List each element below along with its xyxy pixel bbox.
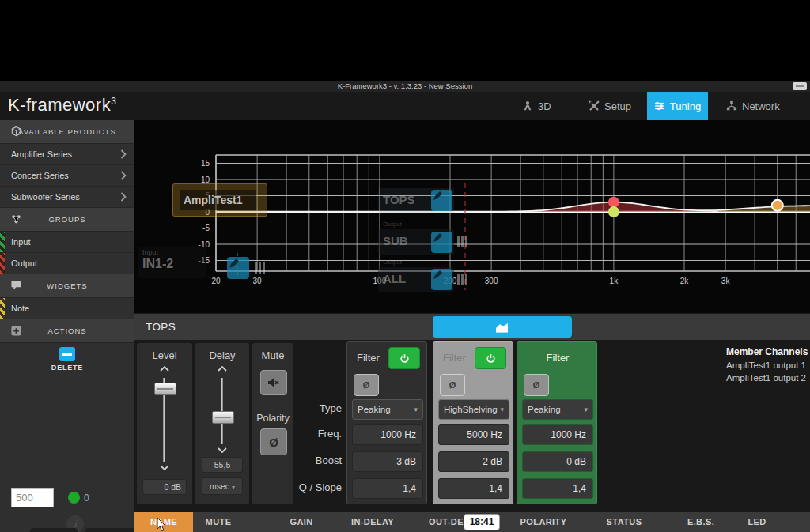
param-label-type: Type bbox=[285, 398, 342, 419]
input-stripe bbox=[0, 232, 5, 252]
member-channel-item: AmpliTest1 output 2 bbox=[726, 373, 810, 383]
ghost-tops-row: TOPS bbox=[378, 188, 454, 213]
x-tick-label: 300 bbox=[485, 277, 498, 285]
column-led[interactable]: LED bbox=[748, 512, 766, 532]
nav-network[interactable]: Network bbox=[726, 92, 780, 120]
filter2-type-dropdown[interactable]: HighShelving▾ bbox=[438, 399, 509, 420]
filter2-phase-button[interactable]: Ø bbox=[440, 374, 465, 396]
sidebar: AVAILABLE PRODUCTS Amplifier Series Conc… bbox=[0, 120, 134, 532]
channel-strip: Level 0 dB Delay 55,5 msec ▾ Mute Polari… bbox=[134, 340, 810, 512]
minimize-button[interactable] bbox=[793, 82, 807, 90]
filter3-boost[interactable]: 0 dB bbox=[522, 451, 593, 472]
y-tick-label: -5 bbox=[202, 224, 210, 232]
sidebar-item-note-widget[interactable]: Note bbox=[0, 298, 134, 319]
column-gain[interactable]: GAIN bbox=[290, 512, 312, 532]
filter1-freq[interactable]: 1000 Hz bbox=[352, 424, 423, 445]
filter-panel-3: Filter Ø Peaking▾ 1000 Hz 0 dB 1,4 bbox=[517, 341, 597, 504]
y-tick-label: 10 bbox=[201, 175, 210, 184]
delay-slider-handle[interactable] bbox=[212, 411, 234, 424]
column-status[interactable]: STATUS bbox=[607, 512, 642, 532]
window-title-bar: K-Framework3 - v. 1.3.23 - New Session bbox=[0, 81, 810, 92]
filter1-power-button[interactable] bbox=[388, 347, 420, 369]
column-in-delay[interactable]: IN-DELAY bbox=[351, 512, 394, 532]
sidebar-item-input-group[interactable]: Input bbox=[0, 232, 134, 253]
nav-setup[interactable]: Setup bbox=[589, 92, 631, 120]
column-mute[interactable]: MUTE bbox=[206, 512, 232, 532]
column-polarity[interactable]: POLARITY bbox=[520, 512, 567, 532]
filter2-q[interactable]: 1,4 bbox=[438, 478, 509, 499]
nav-tuning[interactable]: Tuning bbox=[647, 92, 708, 120]
param-label-boost: Boost bbox=[285, 451, 342, 471]
chevron-right-icon bbox=[120, 149, 127, 159]
filter3-type-dropdown[interactable]: Peaking▾ bbox=[522, 399, 593, 420]
filter-handle[interactable] bbox=[608, 206, 619, 217]
eq-chart-svg: 151050-5-10-1520301002003001k2k3k bbox=[134, 120, 810, 313]
delete-minus-icon[interactable] bbox=[59, 347, 75, 361]
member-channel-item: AmpliTest1 output 1 bbox=[726, 360, 810, 370]
mute-button[interactable] bbox=[260, 370, 287, 395]
delay-unit-dropdown[interactable]: msec ▾ bbox=[202, 477, 243, 495]
delay-up-arrow[interactable] bbox=[218, 365, 227, 372]
filter-panel-2: Filter Ø HighShelving▾ 5000 Hz 2 dB 1,4 bbox=[433, 341, 513, 504]
filter3-freq[interactable]: 1000 Hz bbox=[522, 424, 593, 445]
filter2-freq[interactable]: 5000 Hz bbox=[438, 424, 509, 445]
delete-label: DELETE bbox=[0, 364, 134, 372]
filter2-boost[interactable]: 2 dB bbox=[438, 451, 509, 472]
sidebar-header-actions: ACTIONS bbox=[0, 319, 134, 343]
polarity-button[interactable]: Ø bbox=[260, 428, 287, 455]
filter3-phase-button[interactable]: Ø bbox=[524, 374, 549, 396]
x-tick-label: 1k bbox=[610, 277, 619, 285]
param-label-freq: Freq. bbox=[285, 424, 342, 444]
speech-bubble-icon bbox=[10, 280, 22, 291]
sidebar-header-widgets: WIDGETS bbox=[0, 274, 134, 298]
y-tick-label: 15 bbox=[201, 159, 210, 168]
x-tick-label: 3k bbox=[721, 277, 731, 285]
add-square-icon bbox=[10, 325, 22, 337]
sidebar-item-output-group[interactable]: Output bbox=[0, 253, 134, 274]
status-dot-green bbox=[68, 492, 80, 504]
note-stripe bbox=[0, 298, 5, 319]
filter1-type-dropdown[interactable]: Peaking▾ bbox=[352, 399, 423, 420]
sidebar-item-amplifier-series[interactable]: Amplifier Series bbox=[0, 144, 134, 165]
column-ebs[interactable]: E.B.S. bbox=[687, 512, 714, 532]
graph-view-toggle-button[interactable] bbox=[433, 316, 572, 338]
clock-badge: 18:41 bbox=[464, 514, 500, 530]
filter-handle[interactable] bbox=[608, 197, 619, 208]
value-input[interactable] bbox=[11, 488, 54, 507]
filter3-q[interactable]: 1,4 bbox=[522, 478, 593, 499]
level-up-arrow[interactable] bbox=[160, 365, 169, 372]
filter2-power-button[interactable] bbox=[475, 347, 506, 369]
level-panel: Level 0 dB bbox=[137, 343, 192, 504]
x-tick-label: 20 bbox=[211, 277, 221, 285]
filter1-q[interactable]: 1,4 bbox=[352, 478, 423, 499]
eq-chart[interactable]: 151050-5-10-1520301002003001k2k3k AmpliT… bbox=[134, 120, 810, 313]
sidebar-header-groups: GROUPS bbox=[0, 208, 134, 232]
level-bars-icon bbox=[457, 236, 470, 247]
sidebar-item-subwoofer-series[interactable]: Subwoofer Series bbox=[0, 187, 134, 208]
edit-pencil-icon bbox=[431, 269, 452, 290]
edit-pencil-icon bbox=[431, 232, 452, 253]
app-logo: K-framework3 bbox=[8, 95, 116, 115]
products-cube-icon bbox=[10, 126, 22, 138]
edit-pencil-icon bbox=[227, 257, 249, 279]
filter1-phase-button[interactable]: Ø bbox=[354, 374, 379, 396]
delay-down-arrow[interactable] bbox=[218, 447, 227, 454]
ghost-all-row: Output ALL bbox=[378, 267, 454, 292]
nav-3d[interactable]: 3D bbox=[522, 92, 551, 120]
delay-value[interactable]: 55,5 bbox=[202, 457, 243, 473]
groups-icon bbox=[10, 213, 22, 225]
level-slider-handle[interactable] bbox=[154, 383, 176, 395]
mute-speaker-icon bbox=[267, 377, 280, 388]
sliders-icon bbox=[654, 101, 665, 111]
power-icon bbox=[399, 353, 410, 364]
level-down-arrow[interactable] bbox=[160, 465, 169, 471]
level-value[interactable]: 0 dB bbox=[142, 479, 187, 495]
tools-icon bbox=[589, 100, 600, 111]
bottom-stub bbox=[30, 528, 78, 532]
ghost-sub-row: Output SUB bbox=[378, 229, 454, 255]
member-channels-title: Member Channels bbox=[726, 346, 810, 357]
filter-handle[interactable] bbox=[772, 200, 783, 211]
edit-pencil-icon bbox=[431, 190, 452, 211]
filter1-boost[interactable]: 3 dB bbox=[352, 451, 423, 472]
sidebar-item-concert-series[interactable]: Concert Series bbox=[0, 165, 134, 187]
